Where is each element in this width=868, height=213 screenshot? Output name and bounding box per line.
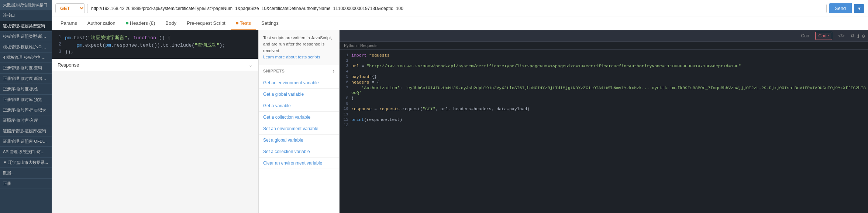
copy-icon[interactable]: ⧉ — [851, 33, 854, 39]
r-line-13: 13 — [340, 122, 868, 128]
r-num-10: 10 — [340, 106, 351, 111]
r-line-6: 6 headers = { — [340, 80, 868, 85]
tab-prerequest[interactable]: Pre-request Script — [182, 17, 231, 30]
sidebar-item-10[interactable]: 正册库-临时库-日志记录 — [0, 105, 52, 115]
sidebar-item-4[interactable]: 模板管理-模板维护-单个模... — [0, 42, 52, 53]
content-area: 1 pm.test("响应关键字断言", function () { 2 pm.… — [52, 30, 868, 213]
sidebar-item-16[interactable]: 数据... — [0, 168, 52, 178]
r-num-11: 11 — [340, 112, 351, 116]
snippets-info-text: Test scripts are written in JavaScript, … — [263, 36, 332, 53]
r-content-11 — [351, 112, 868, 116]
sidebar-item-12[interactable]: 证照库管理-证照库-查询 — [0, 126, 52, 136]
r-content-13 — [351, 123, 868, 127]
r-line-11: 11 — [340, 112, 868, 117]
send-dropdown-button[interactable]: ▼ — [854, 4, 864, 13]
line-content-2: pm.expect(pm.response.text()).to.include… — [65, 42, 258, 48]
snippet-item-0[interactable]: Get an environment variable — [259, 77, 339, 89]
sidebar-item-1[interactable]: 连接口 — [0, 10, 52, 21]
tab-body[interactable]: Body — [160, 17, 182, 30]
top-bar: GET POST PUT DELETE Send ▼ — [52, 0, 868, 17]
r-content-6: headers = { — [351, 80, 868, 85]
url-input[interactable] — [87, 4, 827, 13]
sidebar-item-6[interactable]: 正册管理-临时度-查询 — [0, 63, 52, 73]
code-line-3: 3 }); — [52, 49, 258, 55]
line-num-1: 1 — [52, 34, 65, 40]
r-num-12: 12 — [340, 117, 351, 122]
code-tab-code[interactable]: Code — [815, 32, 833, 40]
snippet-item-4[interactable]: Set an environment variable — [259, 123, 339, 135]
code-tab-coo[interactable]: Coo — [798, 32, 812, 40]
line-content-1: pm.test("响应关键字断言", function () { — [65, 34, 258, 41]
snippets-pane: Test scripts are written in JavaScript, … — [258, 30, 340, 213]
r-line-8: 8 } — [340, 95, 868, 101]
r-content-5: payload={} — [351, 74, 868, 79]
code-tab-slash[interactable]: </> — [835, 32, 847, 40]
tab-authorization[interactable]: Authorization — [82, 17, 121, 30]
sidebar-item-11[interactable]: 证照库-临时库-入库 — [0, 115, 52, 126]
sidebar-item-15[interactable]: ▼ 辽宁盘山市大数据系... — [0, 158, 52, 168]
r-line-4: 4 — [340, 69, 868, 74]
r-line-3: 3 url = "http://192.168.42.26:8889/prod-… — [340, 63, 868, 69]
snippet-item-3[interactable]: Get a collection variable — [259, 112, 339, 123]
r-num-1: 1 — [340, 53, 351, 58]
r-num-8: 8 — [340, 96, 351, 101]
method-select[interactable]: GET POST PUT DELETE — [55, 3, 85, 13]
info-icon[interactable]: ℹ — [857, 33, 859, 39]
r-num-5: 5 — [340, 74, 351, 79]
r-num-9: 9 — [340, 101, 351, 106]
line-num-3: 3 — [52, 49, 65, 54]
tab-prerequest-label: Pre-request Script — [187, 20, 225, 26]
tab-headers[interactable]: Headers (8) — [121, 17, 161, 30]
tab-tests[interactable]: Tests — [231, 17, 256, 30]
sidebar-item-2[interactable]: 证板管理-证照类型查询 — [0, 21, 52, 31]
r-num-2: 2 — [340, 58, 351, 63]
snippet-item-5[interactable]: Set a global variable — [259, 135, 339, 146]
sidebar-item-14[interactable]: API管理-系统接口-访问统计 — [0, 147, 52, 157]
snippet-item-2[interactable]: Get a variable — [259, 100, 339, 112]
r-num-3: 3 — [340, 64, 351, 68]
test-script-editor[interactable]: 1 pm.test("响应关键字断言", function () { 2 pm.… — [52, 30, 258, 59]
send-button[interactable]: Send — [829, 3, 852, 13]
sidebar-item-0[interactable]: 大数据系统性能测试接口 — [0, 0, 52, 10]
settings-icon[interactable]: ⚙ — [862, 33, 865, 39]
code-line-1: 1 pm.test("响应关键字断言", function () { — [52, 34, 258, 41]
sidebar-item-17[interactable]: 正册 — [0, 179, 52, 189]
r-line-7: 7 'Authorization': 'eyJhbGciOiJIUzUxMiJ9… — [340, 85, 868, 95]
r-content-12: print(response.text) — [351, 117, 868, 122]
sidebar-item-9[interactable]: 正册管理-临时库-预览 — [0, 95, 52, 105]
sidebar-item-7[interactable]: 正册管理-临时度-新增保存 — [0, 74, 52, 84]
request-tabs: Params Authorization Headers (8) Body Pr… — [52, 17, 868, 30]
sidebar-item-8[interactable]: 正册库-临时度-质检 — [0, 84, 52, 94]
sidebar-item-3[interactable]: 模板管理-证照类型-新增-确定 — [0, 31, 52, 42]
snippet-item-6[interactable]: Set a collection variable — [259, 146, 339, 158]
line-content-3: }); — [65, 49, 258, 55]
snippets-expand-icon[interactable]: › — [333, 68, 335, 74]
main-panel: GET POST PUT DELETE Send ▼ Params Author… — [52, 0, 868, 213]
r-content-1: import requests — [351, 53, 868, 58]
r-line-10: 10 response = requests.request("GET", ur… — [340, 106, 868, 112]
r-num-7: 7 — [340, 85, 351, 95]
response-bar[interactable]: Response ⌄ — [52, 59, 258, 71]
headers-dot — [126, 22, 128, 24]
snippet-item-1[interactable]: Get a global variable — [259, 89, 339, 100]
r-content-3: url = "http://192.168.42.26:8889/prod-ap… — [351, 64, 868, 68]
r-content-9 — [351, 101, 868, 106]
sidebar-item-13[interactable]: 证册管理-证照库-OFD预览 — [0, 136, 52, 147]
response-chevron-icon: ⌄ — [249, 62, 252, 68]
code-pane: Coo Code </> ⧉ ℹ ⚙ Python - Requests 1 i… — [340, 30, 868, 213]
tab-params[interactable]: Params — [55, 17, 82, 30]
snippets-header-label: SNIPPETS — [263, 69, 285, 73]
sidebar-item-5[interactable]: 4 模板管理-模板堆护-新增-... — [0, 53, 52, 63]
snippets-header: SNIPPETS › — [259, 65, 339, 77]
tab-params-label: Params — [61, 20, 77, 26]
editor-response-wrap: 1 pm.test("响应关键字断言", function () { 2 pm.… — [52, 30, 258, 213]
tab-settings[interactable]: Settings — [256, 17, 284, 30]
snippet-item-7[interactable]: Clear an environment variable — [259, 158, 339, 169]
tab-tests-label: Tests — [240, 20, 251, 26]
learn-more-link[interactable]: Learn more about tests scripts — [263, 55, 320, 59]
python-code-area: 1 import requests 2 3 url = "http://192.… — [340, 50, 868, 131]
r-content-7: 'Authorization': 'eyJhbGciOiJIUzUxMiJ9.e… — [351, 85, 868, 95]
tab-settings-label: Settings — [261, 20, 279, 26]
tab-body-label: Body — [165, 20, 176, 26]
r-line-12: 12 print(response.text) — [340, 117, 868, 122]
